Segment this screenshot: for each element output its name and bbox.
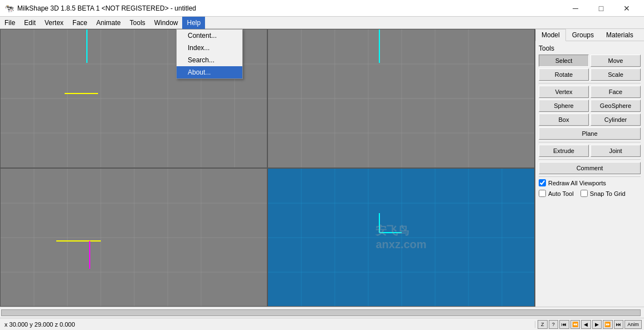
snaptogrid-checkbox[interactable] bbox=[580, 190, 588, 197]
help-about[interactable]: About... bbox=[177, 66, 242, 78]
redraw-row: Redraw All Viewports bbox=[539, 179, 641, 186]
autotool-checkbox[interactable] bbox=[539, 190, 546, 197]
move-button[interactable]: Move bbox=[591, 55, 641, 67]
watermark: 安飞鸟anxz.com bbox=[375, 223, 426, 251]
snaptogrid-label: Snap To Grid bbox=[590, 190, 626, 197]
viewport-top-right[interactable] bbox=[267, 29, 535, 168]
redraw-label: Redraw All Viewports bbox=[548, 180, 606, 186]
geosphere-button[interactable]: GeoSphere bbox=[591, 100, 641, 112]
viewports: 安飞鸟anxz.com bbox=[0, 29, 535, 307]
grid-bottom-right bbox=[268, 169, 534, 307]
tools-grid-3: Extrude Joint bbox=[539, 145, 641, 157]
scale-button[interactable]: Scale bbox=[591, 68, 641, 81]
anim-controls: Z ? ⏮ ⏪ ◀ ▶ ⏩ ⏭ Anim bbox=[535, 320, 644, 329]
minimize-button[interactable]: ─ bbox=[563, 0, 588, 17]
menu-vertex[interactable]: Vertex bbox=[40, 17, 68, 29]
menu-file[interactable]: File bbox=[0, 17, 19, 29]
face-button[interactable]: Face bbox=[591, 86, 641, 98]
tools-section: Tools Select Move Rotate Scale Vertex Fa… bbox=[535, 41, 644, 202]
plane-button[interactable]: Plane bbox=[539, 127, 641, 140]
tab-joints[interactable]: Joints bbox=[640, 29, 644, 41]
close-button[interactable]: ✕ bbox=[614, 0, 640, 17]
extrude-button[interactable]: Extrude bbox=[539, 145, 589, 157]
grid-bottom-left bbox=[1, 169, 267, 307]
titlebar: 🐄 MilkShape 3D 1.8.5 BETA 1 <NOT REGISTE… bbox=[0, 0, 644, 17]
main-container: 安飞鸟anxz.com Model Groups Materials Joint… bbox=[0, 29, 644, 307]
titlebar-left: 🐄 MilkShape 3D 1.8.5 BETA 1 <NOT REGISTE… bbox=[4, 4, 196, 13]
comment-button[interactable]: Comment bbox=[539, 162, 641, 174]
z-button[interactable]: Z bbox=[538, 320, 548, 329]
prev-button[interactable]: ⏮ bbox=[559, 320, 569, 329]
divider-4 bbox=[539, 176, 641, 177]
grid-top-right bbox=[268, 29, 534, 168]
divider-3 bbox=[539, 159, 641, 160]
menu-edit[interactable]: Edit bbox=[19, 17, 40, 29]
maximize-button[interactable]: □ bbox=[588, 0, 614, 17]
help-content[interactable]: Content... bbox=[177, 29, 242, 42]
help-search[interactable]: Search... bbox=[177, 54, 242, 66]
redraw-checkbox[interactable] bbox=[539, 179, 546, 186]
joint-button[interactable]: Joint bbox=[591, 145, 641, 157]
tab-materials[interactable]: Materials bbox=[600, 29, 640, 41]
panel-tabs: Model Groups Materials Joints bbox=[535, 29, 644, 41]
step-fwd-button[interactable]: ⏩ bbox=[603, 320, 613, 329]
bottom-bar: x 30.000 y 29.000 z 0.000 Z ? ⏮ ⏪ ◀ ▶ ⏩ … bbox=[0, 318, 644, 330]
help-dropdown-menu: Content... Index... Search... About... bbox=[176, 29, 243, 79]
rotate-button[interactable]: Rotate bbox=[539, 68, 589, 81]
play-back-button[interactable]: ◀ bbox=[581, 320, 591, 329]
autotool-row: Auto Tool bbox=[539, 190, 574, 197]
help-button[interactable]: ? bbox=[549, 320, 559, 329]
titlebar-controls: ─ □ ✕ bbox=[563, 0, 640, 17]
divider-1 bbox=[539, 83, 641, 83]
scroll-track[interactable] bbox=[1, 309, 641, 316]
tools-grid-1: Select Move Rotate Scale bbox=[539, 55, 641, 81]
menu-window[interactable]: Window bbox=[150, 17, 183, 29]
next-button[interactable]: ⏭ bbox=[614, 320, 624, 329]
step-back-button[interactable]: ⏪ bbox=[570, 320, 580, 329]
cylinder-button[interactable]: Cylinder bbox=[591, 114, 641, 126]
divider-2 bbox=[539, 142, 641, 142]
help-index[interactable]: Index... bbox=[177, 42, 242, 54]
sphere-button[interactable]: Sphere bbox=[539, 100, 589, 112]
vertex-button[interactable]: Vertex bbox=[539, 86, 589, 98]
menu-animate[interactable]: Animate bbox=[92, 17, 125, 29]
play-fwd-button[interactable]: ▶ bbox=[592, 320, 602, 329]
scrollbar-area bbox=[0, 307, 644, 318]
menu-help[interactable]: Help bbox=[182, 17, 205, 29]
tools-label: Tools bbox=[539, 45, 641, 52]
titlebar-title: MilkShape 3D 1.8.5 BETA 1 <NOT REGISTERE… bbox=[17, 4, 196, 12]
viewport-bottom-right[interactable]: 安飞鸟anxz.com bbox=[267, 168, 535, 307]
status-text: x 30.000 y 29.000 z 0.000 bbox=[0, 321, 535, 328]
menu-face[interactable]: Face bbox=[68, 17, 92, 29]
snaptogrid-row: Snap To Grid bbox=[580, 190, 626, 197]
app-icon: 🐄 bbox=[4, 4, 14, 13]
box-button[interactable]: Box bbox=[539, 114, 589, 126]
tools-grid-4: Comment bbox=[539, 162, 641, 174]
tab-groups[interactable]: Groups bbox=[566, 29, 600, 41]
viewport-bottom-left[interactable] bbox=[0, 168, 267, 307]
menu-tools[interactable]: Tools bbox=[125, 17, 150, 29]
right-panel: Model Groups Materials Joints Tools Sele… bbox=[535, 29, 644, 307]
tab-model[interactable]: Model bbox=[535, 29, 566, 41]
anim-toggle[interactable]: Anim bbox=[625, 320, 642, 329]
menubar: File Edit Vertex Face Animate Tools Wind… bbox=[0, 17, 644, 29]
select-button[interactable]: Select bbox=[539, 55, 589, 67]
tools-grid-2: Vertex Face Sphere GeoSphere Box Cylinde… bbox=[539, 86, 641, 140]
autotool-label: Auto Tool bbox=[548, 190, 574, 197]
